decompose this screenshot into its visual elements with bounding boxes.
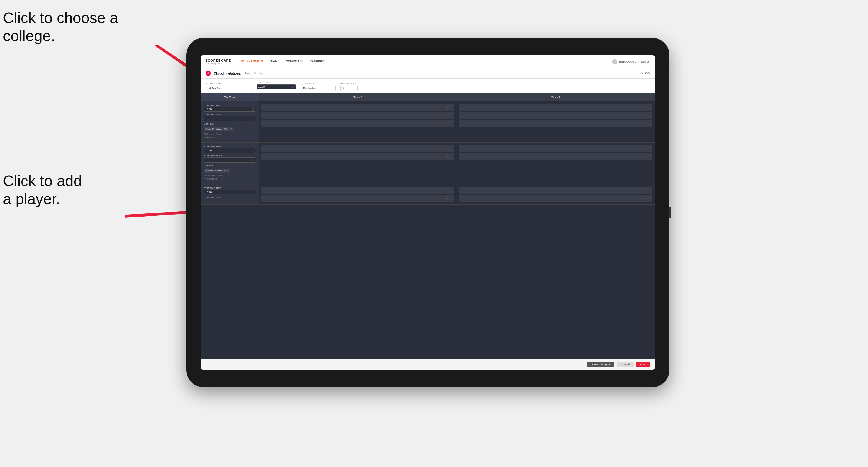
player-row-1-3[interactable]: × ⋮ (261, 120, 454, 127)
starting-time-input-3[interactable] (205, 191, 251, 194)
player-x-2-3[interactable]: × (645, 122, 646, 125)
player-x-1-2[interactable]: × (446, 114, 448, 117)
start-time-input[interactable] (258, 85, 291, 88)
starting-hole-input-1[interactable] (204, 117, 252, 121)
player-row-6-1[interactable]: × ⋮ (459, 187, 652, 194)
tee-left-3: STARTING TIME: ◯ STARTING HOLE: (201, 184, 259, 204)
group-size-select[interactable]: 3 (340, 86, 358, 91)
player-chevron-1-3[interactable]: ⋮ (450, 122, 452, 125)
player-chevron-3-1[interactable]: ⋮ (450, 147, 452, 150)
player-row-1-1[interactable]: × ⋮ (261, 104, 454, 111)
tee-group-2: STARTING TIME: ◯ STARTING HOLE: ▲ ▼ (201, 143, 655, 184)
user-area: blair@clippd.io | Sign out (612, 59, 650, 64)
remove-group-link-1[interactable]: ⊙ Remove Group (204, 133, 256, 135)
main-content: Tee Time Team 1 Team 2 STARTING TIME: ◯ … (201, 93, 655, 370)
starting-time-label-3: STARTING TIME: (204, 187, 256, 189)
annotation-choose-college: Click to choose a college. (3, 9, 118, 45)
player-row-5-2[interactable]: × ⋮ (261, 195, 454, 202)
save-button[interactable]: Save (636, 362, 650, 367)
nav-tournaments[interactable]: TOURNAMENTS (237, 55, 266, 68)
starting-hole-label-1: STARTING HOLE: (204, 113, 256, 115)
reset-changes-button[interactable]: Reset Changes (587, 362, 615, 367)
player-chevron-1-2[interactable]: ⋮ (450, 114, 452, 117)
player-chevron-2-1[interactable]: ⋮ (648, 106, 650, 108)
sign-out-link[interactable]: Sign out (641, 60, 650, 63)
course-name-1: (A) Peachtree GC (209, 128, 227, 130)
player-chevron-2-2[interactable]: ⋮ (648, 114, 650, 117)
player-chevron-3-2[interactable]: ⋮ (450, 155, 452, 158)
event-name: Clippd Invitational (214, 72, 241, 75)
player-row-1-2[interactable]: × ⋮ (261, 112, 454, 119)
player-row-4-1[interactable]: × ⋮ (459, 145, 652, 152)
player-chevron-5-2[interactable]: ⋮ (450, 197, 452, 199)
back-button[interactable]: ‹ Back (642, 72, 650, 75)
player-x-4-2[interactable]: × (645, 155, 646, 158)
player-chevron-6-1[interactable]: ⋮ (648, 189, 650, 191)
intervals-select[interactable]: 10 Minutes (301, 86, 336, 91)
player-chevron-4-2[interactable]: ⋮ (648, 155, 650, 158)
player-x-1-3[interactable]: × (446, 122, 448, 125)
hole-up-2[interactable]: ▲ (253, 158, 255, 160)
starting-time-label-1: STARTING TIME: (204, 104, 256, 106)
start-time-group: Start Time ◯ (257, 81, 296, 91)
player-row-3-1[interactable]: × ⋮ (261, 145, 454, 152)
team1-group1: × ⋮ × ⋮ × ⋮ (259, 101, 457, 142)
start-type-group: Start Type 1st Tee Start (206, 82, 252, 91)
player-x-6-2[interactable]: × (645, 197, 646, 199)
user-avatar (612, 59, 617, 64)
starting-time-input-2[interactable] (205, 149, 251, 152)
player-chevron-5-1[interactable]: ⋮ (450, 189, 452, 191)
player-row-4-2[interactable]: × ⋮ (459, 153, 652, 160)
player-row-2-2[interactable]: × ⋮ (459, 112, 652, 119)
player-chevron-6-2[interactable]: ⋮ (648, 197, 650, 199)
start-type-label: Start Type (206, 82, 252, 85)
remove-group-link-2[interactable]: ⊙ Remove Group (204, 175, 256, 177)
player-x-3-1[interactable]: × (446, 147, 448, 150)
player-x-5-1[interactable]: × (446, 189, 448, 191)
th-team1: Team 1 (259, 93, 457, 101)
cancel-button[interactable]: Cancel (617, 362, 634, 367)
starting-hole-input-2[interactable] (204, 158, 252, 162)
course-remove-2[interactable]: × (224, 169, 225, 172)
course-tag-1: A (A) Peachtree GC × ▼ (204, 127, 234, 131)
player-row-2-3[interactable]: × ⋮ (459, 120, 652, 127)
player-x-2-2[interactable]: × (645, 114, 646, 117)
logo-area: SCOREBOARD Powered by clippd (206, 59, 231, 64)
hole-stepper-2[interactable]: ▲ ▼ (252, 157, 255, 162)
player-row-2-1[interactable]: × ⋮ (459, 104, 652, 111)
player-row-6-2[interactable]: × ⋮ (459, 195, 652, 202)
clock-icon-3: ◯ (252, 191, 254, 193)
logo-title: SCOREBOARD (206, 59, 231, 62)
player-x-3-2[interactable]: × (446, 155, 448, 158)
hole-down-1[interactable]: ▼ (253, 119, 255, 121)
player-chevron-2-3[interactable]: ⋮ (648, 122, 650, 125)
add-group-link-1[interactable]: + Add Group (204, 136, 256, 138)
player-x-5-2[interactable]: × (446, 197, 448, 199)
course-chevron-1[interactable]: ▼ (230, 128, 232, 130)
player-x-2-1[interactable]: × (645, 106, 646, 108)
start-type-select[interactable]: 1st Tee Start (206, 86, 252, 91)
settings-bar: Start Type 1st Tee Start Start Time ◯ In… (201, 79, 655, 93)
course-chevron-2[interactable]: ▼ (226, 169, 228, 172)
player-row-5-1[interactable]: × ⋮ (261, 187, 454, 194)
player-x-4-1[interactable]: × (645, 147, 646, 150)
player-chevron-4-1[interactable]: ⋮ (648, 147, 650, 150)
player-chevron-1-1[interactable]: ⋮ (450, 106, 452, 108)
player-x-1-1[interactable]: × (446, 106, 448, 108)
player-row-3-2[interactable]: × ⋮ (261, 153, 454, 160)
hole-stepper-1[interactable]: ▲ ▼ (252, 116, 255, 121)
course-dot-2: E (205, 169, 208, 172)
nav-teams[interactable]: TEAMS (266, 55, 282, 68)
player-x-6-1[interactable]: × (645, 189, 646, 191)
hole-down-2[interactable]: ▼ (253, 160, 255, 162)
nav-rankings[interactable]: RANKINGS (307, 55, 328, 68)
nav-links: TOURNAMENTS TEAMS COMMITTEE RANKINGS (237, 55, 612, 68)
user-email: blair@clippd.io (619, 60, 636, 63)
starting-time-input-1[interactable] (205, 108, 251, 111)
tee-group-3: STARTING TIME: ◯ STARTING HOLE: × ⋮ (201, 184, 655, 205)
th-tee-time: Tee Time (201, 93, 259, 101)
nav-committee[interactable]: COMMITTEE (283, 55, 306, 68)
course-remove-1[interactable]: × (228, 127, 229, 130)
hole-up-1[interactable]: ▲ (253, 117, 255, 119)
add-group-link-2[interactable]: + Add Group (204, 178, 256, 180)
